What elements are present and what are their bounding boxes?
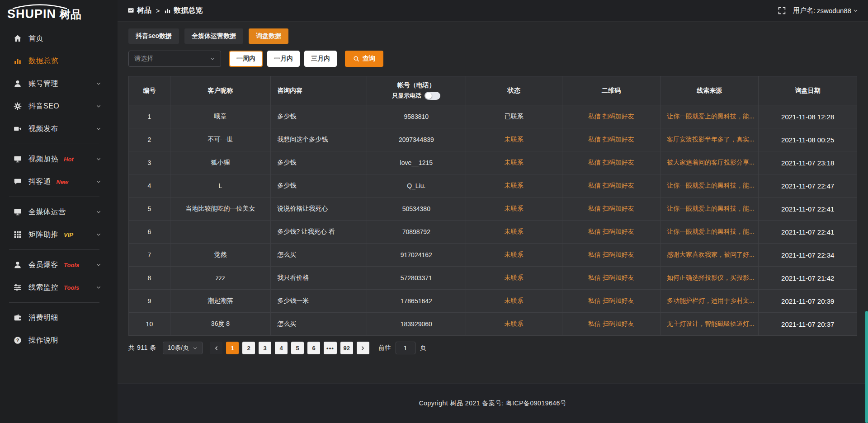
cell-qr[interactable]: 私信 扫码加好友 [562, 128, 660, 151]
page-size-select[interactable]: 10条/页 [163, 342, 203, 354]
cell-nickname: 36度 8 [170, 313, 270, 336]
cell-source[interactable]: 让你一眼就爱上的黑科技，能... [660, 174, 758, 197]
chevron-down-icon [96, 209, 101, 215]
cell-source[interactable]: 感谢大家喜欢我家，被问了好... [660, 244, 758, 267]
chevron-down-icon [96, 81, 101, 86]
goto-page-input[interactable] [396, 342, 415, 354]
footer: Copyright 树品 2021 备案号: 粤ICP备09019646号 [118, 383, 868, 423]
question-icon: ? [14, 336, 22, 344]
scrollbar-thumb[interactable] [865, 311, 868, 423]
breadcrumb-current[interactable]: 数据总览 [164, 6, 203, 15]
column-label: 询盘日期 [795, 87, 821, 94]
cell-content: 多少钱 [271, 151, 367, 174]
sidebar-item-media-operation[interactable]: 全媒体运营 [0, 201, 118, 223]
goto-suffix: 页 [420, 344, 426, 352]
filter-select-placeholder: 请选择 [134, 55, 153, 63]
cell-qr[interactable]: 私信 扫码加好友 [562, 290, 660, 313]
period-button-one-month[interactable]: 一月内 [267, 51, 300, 67]
sidebar-item-video-publish[interactable]: 视频发布 [0, 118, 118, 140]
chevron-down-icon [193, 346, 198, 351]
cell-qr[interactable]: 私信 扫码加好友 [562, 313, 660, 336]
tab-inquiry-data[interactable]: 询盘数据 [249, 28, 288, 44]
prev-page-button[interactable] [210, 342, 222, 354]
sidebar-item-operation-guide[interactable]: ?操作说明 [0, 329, 118, 352]
cell-qr[interactable]: 私信 扫码加好友 [562, 105, 660, 128]
user-menu[interactable]: 用户名: zswodun88 [793, 6, 858, 15]
period-button-three-month[interactable]: 三月内 [304, 51, 337, 67]
toggle-knob [425, 93, 432, 99]
logo-arc [11, 4, 69, 9]
cell-qr[interactable]: 私信 扫码加好友 [562, 244, 660, 267]
sidebar-item-member-burst[interactable]: 会员爆客Tools [0, 254, 118, 276]
sidebar-item-account-manage[interactable]: 账号管理 [0, 72, 118, 95]
table-row: 3狐小狸多少钱love__1215未联系私信 扫码加好友被大家追着问的客厅投影分… [129, 151, 857, 174]
cell-status: 未联系 [466, 313, 562, 336]
sidebar-item-label: 全媒体运营 [28, 207, 66, 217]
page-button-6[interactable]: 6 [307, 342, 320, 354]
page-button-3[interactable]: 3 [259, 342, 271, 354]
column-header-no: 编号 [129, 76, 170, 105]
inquiry-table: 编号客户昵称咨询内容帐号（电话）只显示电话状态二维码线索来源询盘日期 1哦章多少… [128, 76, 857, 336]
page-ellipsis-button[interactable]: ••• [324, 342, 337, 354]
cell-qr[interactable]: 私信 扫码加好友 [562, 174, 660, 197]
column-header-account: 帐号（电话）只显示电话 [367, 76, 466, 105]
cell-source[interactable]: 让你一眼就爱上的黑科技，能... [660, 197, 758, 221]
cell-source[interactable]: 让你一眼就爱上的黑科技，能... [660, 105, 758, 128]
breadcrumb-root[interactable]: 树品 [127, 6, 151, 15]
sidebar-item-label: 抖音SEO [28, 102, 59, 111]
cell-no: 7 [129, 244, 170, 267]
column-label: 编号 [143, 87, 156, 94]
cell-source[interactable]: 客厅安装投影半年多了，真实... [660, 128, 758, 151]
cell-no: 5 [129, 197, 170, 221]
page-button-5[interactable]: 5 [291, 342, 304, 354]
cell-account: 178651642 [367, 290, 466, 313]
cell-source[interactable]: 被大家追着问的客厅投影分享... [660, 151, 758, 174]
sidebar-item-data-overview[interactable]: 数据总览 [0, 50, 118, 72]
phone-only-toggle[interactable] [425, 92, 440, 100]
page-button-4[interactable]: 4 [275, 342, 288, 354]
cell-qr[interactable]: 私信 扫码加好友 [562, 221, 660, 244]
tab-media-operation-data[interactable]: 全媒体运营数据 [184, 28, 243, 44]
sidebar-item-home[interactable]: 首页 [0, 27, 118, 50]
grid-icon [14, 230, 22, 239]
cell-status: 未联系 [466, 290, 562, 313]
sidebar-item-douyin-seo[interactable]: 抖音SEO [0, 95, 118, 118]
sidebar-item-clue-monitor[interactable]: 线索监控Tools [0, 276, 118, 299]
sidebar-item-consume-detail[interactable]: 消费明细 [0, 306, 118, 329]
cell-status: 未联系 [466, 197, 562, 221]
sidebar-item-video-heat[interactable]: 视频加热Hot [0, 148, 118, 170]
cell-source[interactable]: 无主灯设计，智能磁吸轨道灯... [660, 313, 758, 336]
page-button-92[interactable]: 92 [340, 342, 353, 354]
table-header-row: 编号客户昵称咨询内容帐号（电话）只显示电话状态二维码线索来源询盘日期 [129, 76, 857, 105]
sidebar-divider [9, 144, 99, 144]
cell-source[interactable]: 多功能护栏灯，适用于乡村文... [660, 290, 758, 313]
period-button-one-week[interactable]: 一周内 [229, 51, 263, 67]
sidebar-nav: 首页数据总览账号管理抖音SEO视频发布视频加热Hot抖客通New全媒体运营矩阵助… [0, 24, 118, 352]
inquiry-table-wrap: 编号客户昵称咨询内容帐号（电话）只显示电话状态二维码线索来源询盘日期 1哦章多少… [128, 76, 857, 336]
sidebar-item-label: 矩阵助推 [28, 230, 58, 240]
video-icon [14, 125, 22, 133]
cell-content: 怎么买 [271, 313, 367, 336]
page-button-2[interactable]: 2 [242, 342, 255, 354]
cell-qr[interactable]: 私信 扫码加好友 [562, 151, 660, 174]
username-label: 用户名: [793, 6, 815, 15]
cell-qr[interactable]: 私信 扫码加好友 [562, 267, 660, 290]
chevron-down-icon [210, 56, 215, 61]
cell-content: 我想问这个多少钱 [271, 128, 367, 151]
cell-source[interactable]: 让你一眼就爱上的黑科技，能... [660, 221, 758, 244]
cell-content: 多少钱 [271, 174, 367, 197]
next-page-button[interactable] [357, 342, 369, 354]
page-button-1[interactable]: 1 [226, 342, 239, 354]
sidebar-item-matrix-boost[interactable]: 矩阵助推VIP [0, 223, 118, 246]
search-button[interactable]: 查询 [345, 51, 383, 67]
cell-source[interactable]: 如何正确选择投影仪，买投影... [660, 267, 758, 290]
sidebar-item-doukeTong[interactable]: 抖客通New [0, 170, 118, 193]
user-icon [14, 261, 22, 269]
tab-douyin-seo-data[interactable]: 抖音seo数据 [128, 28, 179, 44]
cell-date: 2021-11-07 23:18 [759, 151, 857, 174]
board-icon [127, 7, 134, 14]
filter-select[interactable]: 请选择 [128, 51, 221, 67]
cell-qr[interactable]: 私信 扫码加好友 [562, 197, 660, 221]
breadcrumb: 树品 > 数据总览 [127, 6, 203, 15]
fullscreen-icon[interactable] [778, 7, 786, 14]
